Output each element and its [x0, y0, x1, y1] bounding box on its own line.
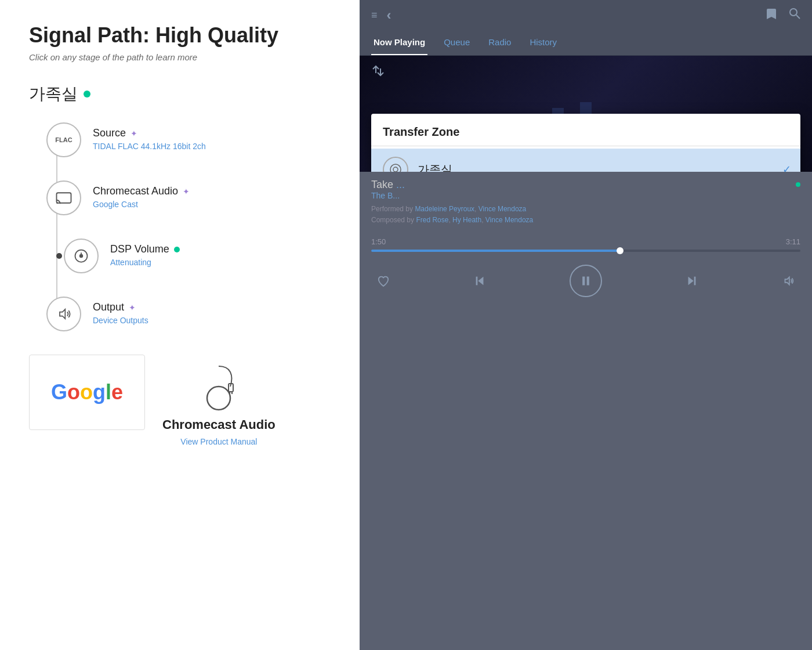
svg-point-14 — [393, 167, 398, 172]
prev-button[interactable] — [473, 275, 486, 287]
progress-handle[interactable] — [617, 247, 624, 254]
product-section: Google Chromecast Audio View Product Man… — [29, 355, 331, 446]
track-title: Take ... — [371, 179, 405, 191]
volume-button[interactable] — [782, 275, 795, 287]
device-name: Chromecast Audio — [162, 417, 276, 432]
dsp-sub: Attenuating — [110, 258, 180, 267]
progress-fill — [371, 250, 620, 252]
dsp-mid-dot — [56, 253, 62, 259]
google-logo-box: Google — [29, 355, 145, 430]
progress-times: 1:50 3:11 — [371, 237, 800, 246]
product-device: Chromecast Audio View Product Manual — [162, 355, 276, 446]
zone-name: 가족실 — [29, 83, 78, 105]
chromecast-device-icon — [195, 355, 242, 413]
search-icon[interactable] — [789, 8, 800, 23]
output-label: Output ✦ — [93, 301, 148, 313]
svg-rect-31 — [694, 277, 696, 286]
progress-section: 1:50 3:11 — [360, 233, 812, 257]
modal-divider-1 — [371, 146, 800, 146]
nav-right — [766, 8, 800, 23]
dsp-info: DSP Volume Attenuating — [110, 239, 180, 267]
chain-item-source[interactable]: FLAC Source ✦ TIDAL FLAC 44.1kHz 16bit 2… — [46, 122, 331, 157]
right-panel: ≡ ‹ Now Playing Queue Radio History — [360, 0, 812, 650]
chain-item-output[interactable]: Output ✦ Device Outputs — [46, 297, 331, 331]
chromecast-diamond-icon: ✦ — [183, 187, 190, 196]
subtitle: Click on any stage of the path to learn … — [29, 52, 331, 62]
svg-point-9 — [790, 9, 797, 16]
svg-rect-29 — [587, 277, 589, 286]
pause-button[interactable] — [570, 265, 602, 297]
chromecast-info: Chromecast Audio ✦ Google Cast — [93, 180, 190, 209]
svg-rect-28 — [582, 277, 585, 286]
tab-now-playing[interactable]: Now Playing — [371, 30, 427, 55]
transfer-arrows-icon[interactable] — [371, 65, 385, 80]
tabs-bar: Now Playing Queue Radio History — [360, 30, 812, 56]
chain-item-chromecast[interactable]: Chromecast Audio ✦ Google Cast — [46, 180, 331, 215]
composed-by-3-link[interactable]: Vince Mendoza — [485, 216, 534, 224]
svg-point-13 — [390, 164, 401, 172]
gajogsil-icon — [383, 157, 408, 172]
output-icon — [46, 297, 81, 331]
progress-bar[interactable] — [371, 250, 800, 252]
source-label: Source ✦ — [93, 127, 206, 139]
transfer-zone-modal: Transfer Zone 가족실 Take These Chain — [371, 114, 800, 172]
composed-by-1-link[interactable]: Fred Rose — [416, 216, 448, 224]
dsp-icon — [64, 239, 99, 273]
heart-button[interactable] — [377, 275, 390, 287]
zone-active-dot — [84, 91, 90, 98]
time-current: 1:50 — [371, 237, 386, 246]
track-details: Take ... The B... — [371, 179, 405, 200]
top-nav: ≡ ‹ — [360, 0, 812, 30]
source-info: Source ✦ TIDAL FLAC 44.1kHz 16bit 2ch — [93, 122, 206, 151]
zone-label: 가족실 — [29, 83, 331, 105]
performed-by-1-link[interactable]: Madeleine Peyroux — [415, 205, 474, 213]
nav-left: ≡ ‹ — [371, 7, 392, 23]
zone-item-gajogsil[interactable]: 가족실 — [371, 149, 800, 172]
dsp-active-dot — [174, 247, 180, 252]
menu-icon[interactable]: ≡ — [371, 9, 378, 21]
time-total: 3:11 — [786, 237, 800, 246]
output-diamond-icon: ✦ — [129, 303, 136, 312]
title-quality: High Quality — [155, 23, 278, 47]
now-playing-info: Take ... The B... Performed by Madeleine… — [360, 172, 812, 233]
back-icon[interactable]: ‹ — [387, 7, 392, 23]
gajogsil-zone-name: 가족실 — [418, 162, 452, 172]
source-diamond-icon: ✦ — [130, 129, 137, 138]
svg-point-5 — [207, 387, 230, 410]
dsp-label: DSP Volume — [110, 243, 180, 255]
svg-marker-30 — [688, 277, 694, 286]
chromecast-label: Chromecast Audio ✦ — [93, 185, 190, 197]
tab-radio[interactable]: Radio — [486, 30, 513, 55]
svg-marker-32 — [785, 277, 789, 285]
signal-path-panel: Signal Path: High Quality Click on any s… — [0, 0, 360, 650]
performed-by-2-link[interactable]: Vince Mendoza — [478, 205, 527, 213]
tab-history[interactable]: History — [527, 30, 559, 55]
chromecast-sub: Google Cast — [93, 200, 190, 209]
page-title: Signal Path: High Quality — [29, 23, 331, 48]
svg-rect-27 — [476, 277, 478, 286]
svg-line-10 — [796, 15, 800, 19]
source-sub: TIDAL FLAC 44.1kHz 16bit 2ch — [93, 142, 206, 151]
svg-marker-4 — [60, 309, 65, 319]
chromecast-icon — [46, 180, 81, 215]
tab-queue[interactable]: Queue — [441, 30, 472, 55]
svg-marker-26 — [478, 277, 483, 286]
playing-indicator-dot — [796, 182, 800, 187]
output-sub: Device Outputs — [93, 316, 148, 325]
google-logo: Google — [51, 380, 123, 405]
modal-title: Transfer Zone — [371, 114, 800, 146]
composed-by-2-link[interactable]: Hy Heath — [452, 216, 481, 224]
controls-bar — [360, 257, 812, 309]
next-button[interactable] — [686, 275, 698, 287]
svg-point-3 — [80, 255, 83, 258]
title-static: Signal Path: — [29, 23, 150, 47]
chain-item-dsp[interactable]: DSP Volume Attenuating — [46, 239, 331, 273]
track-artist-link[interactable]: The B... — [371, 191, 405, 200]
signal-chain: FLAC Source ✦ TIDAL FLAC 44.1kHz 16bit 2… — [29, 122, 331, 331]
track-meta: Performed by Madeleine Peyroux, Vince Me… — [371, 204, 800, 226]
device-link[interactable]: View Product Manual — [180, 437, 257, 446]
output-info: Output ✦ Device Outputs — [93, 297, 148, 325]
source-icon: FLAC — [46, 122, 81, 157]
album-art-area: Transfer Zone 가족실 Take These Chain — [360, 56, 812, 172]
bookmark-icon[interactable] — [766, 8, 777, 23]
